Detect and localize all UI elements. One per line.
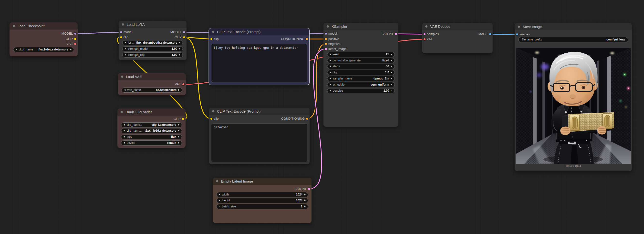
increment-arrow-icon[interactable] (391, 53, 392, 55)
decrement-arrow-icon[interactable] (124, 124, 125, 126)
widget-filename_prefix[interactable]: filename_prefixcomfyui_lora (518, 37, 628, 42)
node-clip-text-encode-positive[interactable]: CLIP Text Encode (Prompt)clipCONDITIONIN… (209, 28, 309, 85)
collapse-dot-icon[interactable] (425, 25, 428, 27)
increment-arrow-icon[interactable] (179, 54, 180, 56)
decrement-arrow-icon[interactable] (219, 206, 220, 208)
collapse-dot-icon[interactable] (13, 25, 15, 27)
widget-width[interactable]: width1024 (216, 192, 308, 197)
node-titlebar[interactable]: Load Checkpoint (10, 22, 78, 30)
increment-arrow-icon[interactable] (179, 48, 180, 50)
increment-arrow-icon[interactable] (178, 130, 180, 132)
decrement-arrow-icon[interactable] (219, 194, 220, 196)
increment-arrow-icon[interactable] (178, 124, 180, 126)
widget-control-after-generate[interactable]: control after generatefixed (327, 58, 395, 63)
increment-arrow-icon[interactable] (179, 42, 180, 44)
decrement-arrow-icon[interactable] (330, 53, 331, 55)
decrement-arrow-icon[interactable] (124, 130, 125, 132)
decrement-arrow-icon[interactable] (330, 71, 331, 73)
node-titlebar[interactable]: CLIP Text Encode (Prompt) (209, 108, 310, 115)
widget-ckpt_name[interactable]: ckpt_nameflux1-dev.safetensors (13, 47, 74, 52)
widget-batch_size[interactable]: batch_size1 (216, 204, 308, 209)
widget-denoise[interactable]: denoise1.00 (327, 88, 395, 93)
decrement-arrow-icon[interactable] (219, 199, 220, 201)
decrement-arrow-icon[interactable] (330, 65, 331, 67)
increment-arrow-icon[interactable] (304, 199, 306, 201)
decrement-arrow-icon[interactable] (125, 48, 126, 50)
node-load-vae[interactable]: Load VAEVAEvae_nameae.safetensors (118, 73, 186, 95)
decrement-arrow-icon[interactable] (124, 136, 125, 138)
input-slot-clip[interactable] (120, 36, 122, 38)
decrement-arrow-icon[interactable] (16, 48, 17, 50)
widget-seed[interactable]: seed25 (327, 52, 395, 57)
increment-arrow-icon[interactable] (178, 89, 180, 91)
node-empty-latent-image[interactable]: Empty Latent ImageLATENTwidth1024height1… (213, 178, 312, 223)
output-slot-LATENT[interactable] (395, 33, 397, 35)
increment-arrow-icon[interactable] (391, 65, 392, 67)
input-slot-model[interactable] (325, 33, 327, 35)
increment-arrow-icon[interactable] (391, 90, 392, 92)
decrement-arrow-icon[interactable] (330, 90, 331, 92)
increment-arrow-icon[interactable] (391, 84, 392, 86)
decrement-arrow-icon[interactable] (125, 54, 126, 56)
widget-steps[interactable]: steps50 (327, 64, 395, 69)
collapse-dot-icon[interactable] (212, 31, 214, 33)
increment-arrow-icon[interactable] (70, 48, 72, 50)
decrement-arrow-icon[interactable] (125, 42, 126, 44)
input-slot-clip[interactable] (210, 38, 212, 40)
widget-height[interactable]: height1024 (216, 198, 308, 203)
input-slot-positive[interactable] (325, 38, 327, 40)
node-dual-clip-loader[interactable]: DualCLIPLoaderCLIPclip_name1clip_l.safet… (118, 108, 186, 148)
widget-clip_nam-[interactable]: clip_nam ...t5xxl_fp16.safetensors (121, 128, 182, 133)
node-titlebar[interactable]: Empty Latent Image (213, 178, 312, 185)
output-slot-IMAGE[interactable] (489, 33, 491, 35)
decrement-arrow-icon[interactable] (330, 84, 331, 86)
node-clip-text-encode-negative[interactable]: CLIP Text Encode (Prompt)clipCONDITIONIN… (209, 108, 310, 164)
collapse-dot-icon[interactable] (122, 23, 124, 25)
widget-lor-[interactable]: lor ...flux_dreambooth.safetensors (122, 40, 183, 45)
node-titlebar[interactable]: Load VAE (118, 73, 186, 80)
node-graph-canvas[interactable]: Load CheckpointMODELCLIPVAEckpt_nameflux… (0, 0, 644, 234)
collapse-dot-icon[interactable] (327, 25, 329, 27)
widget-scheduler[interactable]: schedulersgm_uniform (327, 82, 395, 87)
output-slot-CONDITIONING[interactable] (306, 118, 308, 120)
node-titlebar[interactable]: Save Image (514, 23, 632, 30)
node-titlebar[interactable]: KSampler (324, 23, 398, 30)
node-ksampler[interactable]: KSamplermodelpositivenegativelatent_imag… (324, 23, 398, 127)
prompt-textarea[interactable]: deformed (211, 123, 307, 162)
node-titlebar[interactable]: Load LoRA (119, 21, 186, 28)
input-slot-model[interactable] (120, 31, 122, 33)
output-slot-VAE[interactable] (182, 83, 184, 85)
output-slot-VAE[interactable] (74, 43, 76, 45)
node-load-checkpoint[interactable]: Load CheckpointMODELCLIPVAEckpt_nameflux… (10, 22, 78, 56)
decrement-arrow-icon[interactable] (124, 89, 126, 91)
increment-arrow-icon[interactable] (391, 77, 392, 79)
decrement-arrow-icon[interactable] (330, 59, 331, 61)
node-titlebar[interactable]: VAE Decode (422, 23, 493, 30)
widget-cfg[interactable]: cfg1.0 (327, 70, 395, 75)
increment-arrow-icon[interactable] (304, 194, 306, 196)
input-slot-latent_image[interactable] (325, 48, 327, 50)
input-slot-negative[interactable] (325, 43, 327, 45)
collapse-dot-icon[interactable] (212, 110, 214, 112)
output-slot-CLIP[interactable] (183, 36, 185, 38)
input-slot-samples[interactable] (424, 33, 426, 35)
input-slot-clip[interactable] (210, 118, 212, 120)
increment-arrow-icon[interactable] (391, 59, 392, 61)
increment-arrow-icon[interactable] (304, 206, 306, 208)
widget-strength_clip[interactable]: strength_clip1.00 (122, 52, 183, 57)
widget-vae_name[interactable]: vae_nameae.safetensors (122, 87, 182, 93)
collapse-dot-icon[interactable] (121, 76, 123, 78)
node-vae-decode[interactable]: VAE DecodesamplesvaeIMAGE (422, 23, 493, 53)
output-slot-CLIP[interactable] (74, 38, 76, 40)
node-save-image[interactable]: Save Imageimagesfilename_prefixcomfyui_l… (514, 23, 632, 171)
widget-clip_name1[interactable]: clip_name1clip_l.safetensors (121, 122, 182, 127)
prompt-textarea[interactable]: tjtoy toy holding sparkgpu gpu in a data… (211, 44, 307, 82)
node-titlebar[interactable]: DualCLIPLoader (118, 108, 186, 116)
node-load-lora[interactable]: Load LoRAmodelclipMODELCLIPlor ...flux_d… (119, 21, 186, 60)
output-slot-CONDITIONING[interactable] (306, 38, 308, 40)
decrement-arrow-icon[interactable] (330, 77, 331, 79)
collapse-dot-icon[interactable] (120, 111, 123, 113)
increment-arrow-icon[interactable] (391, 71, 392, 73)
output-slot-MODEL[interactable] (74, 33, 76, 35)
collapse-dot-icon[interactable] (518, 25, 520, 28)
